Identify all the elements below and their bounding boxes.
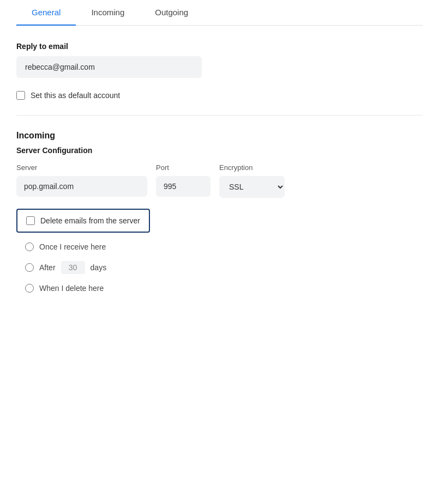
port-column: Port	[156, 163, 211, 197]
radio-once-label[interactable]: Once I receive here	[39, 242, 106, 251]
radio-after-label-before[interactable]: After	[39, 263, 56, 272]
tab-bar: General Incoming Outgoing	[16, 0, 423, 26]
tab-incoming[interactable]: Incoming	[76, 0, 140, 26]
delete-emails-section: Delete emails from the server	[16, 209, 150, 233]
server-input[interactable]	[16, 176, 147, 197]
tab-general[interactable]: General	[16, 0, 76, 26]
days-input[interactable]	[61, 261, 85, 274]
delete-emails-checkbox[interactable]	[26, 216, 35, 225]
radio-once-input[interactable]	[25, 242, 34, 251]
radio-after-label-after: days	[91, 263, 107, 272]
reply-to-email-input[interactable]	[16, 56, 202, 78]
radio-after-input[interactable]	[25, 263, 34, 272]
default-account-row: Set this as default account	[16, 91, 423, 100]
reply-to-email-section: Reply to email	[16, 42, 423, 78]
port-input[interactable]	[156, 176, 211, 197]
server-config-columns: Server Port Encryption SSL TLS None	[16, 163, 423, 198]
radio-when-row: When I delete here	[25, 284, 423, 293]
default-account-label[interactable]: Set this as default account	[31, 91, 120, 100]
encryption-column-label: Encryption	[219, 163, 285, 172]
delete-emails-label[interactable]: Delete emails from the server	[40, 216, 140, 225]
radio-when-label[interactable]: When I delete here	[39, 284, 104, 293]
port-column-label: Port	[156, 163, 211, 172]
delete-radio-options: Once I receive here After days When I de…	[25, 242, 423, 293]
radio-once-row: Once I receive here	[25, 242, 423, 251]
server-column-label: Server	[16, 163, 147, 172]
settings-panel: General Incoming Outgoing Reply to email…	[0, 0, 439, 314]
tab-outgoing[interactable]: Outgoing	[140, 0, 203, 26]
encryption-select[interactable]: SSL TLS None	[219, 176, 285, 198]
encryption-column: Encryption SSL TLS None	[219, 163, 285, 198]
server-config-section: Server Configuration Server Port Encrypt…	[16, 146, 423, 198]
radio-when-input[interactable]	[25, 284, 34, 293]
reply-to-email-label: Reply to email	[16, 42, 423, 51]
server-config-heading: Server Configuration	[16, 146, 423, 155]
server-column: Server	[16, 163, 147, 197]
divider-1	[16, 115, 423, 116]
radio-after-row: After days	[25, 261, 423, 274]
incoming-heading: Incoming	[16, 131, 423, 141]
default-account-checkbox[interactable]	[16, 91, 25, 100]
